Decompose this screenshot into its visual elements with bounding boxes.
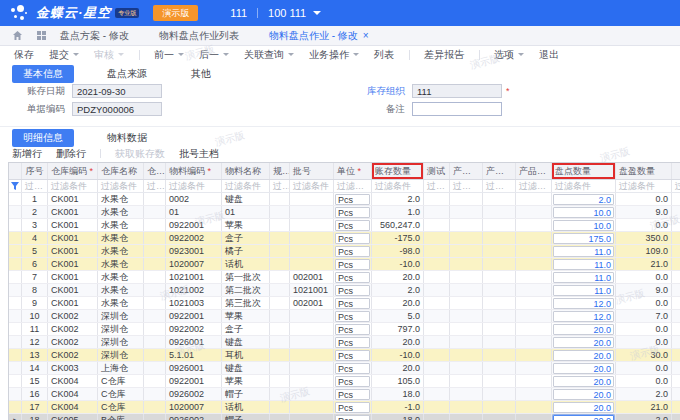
toolbar-business-op-button[interactable]: 业务操作 xyxy=(309,48,359,62)
unit-cell-box[interactable]: Pcs xyxy=(335,350,370,361)
unit-cell-box[interactable]: Pcs xyxy=(335,246,370,257)
toolbar-exit-button[interactable]: 退出 xyxy=(539,48,559,62)
cell-material-code[interactable]: 0922001 xyxy=(166,219,222,231)
cell-material-code[interactable]: 0922002 xyxy=(166,232,222,244)
count-qty-input[interactable]: 12.0 xyxy=(553,298,614,309)
cell-gain-qty[interactable]: 21.0 xyxy=(616,401,672,413)
cell-book-qty[interactable]: 2.0 xyxy=(372,193,424,205)
tab-detail-info[interactable]: 明细信息 xyxy=(12,129,74,147)
cell-series-3[interactable] xyxy=(516,323,552,335)
cell-gain-qty[interactable]: 9.0 xyxy=(616,284,672,296)
user-menu-caret-icon[interactable] xyxy=(313,11,321,15)
cell-material-code[interactable]: 0926002 xyxy=(166,414,222,420)
unit-cell-box[interactable]: Pcs xyxy=(335,376,370,387)
cell-lot[interactable] xyxy=(290,245,334,257)
cell-bin[interactable] xyxy=(144,232,166,244)
cell-bin[interactable] xyxy=(144,336,166,348)
cell-material-name[interactable]: 帽子 xyxy=(222,414,270,420)
cell-material-code[interactable]: 0002 xyxy=(166,193,222,205)
cell-series-2[interactable] xyxy=(483,388,516,400)
cell-unit[interactable]: Pcs xyxy=(334,414,372,420)
table-row[interactable]: 16CK004C仓库0926002帽子Pcs18.020.02.0 xyxy=(9,388,680,401)
cell-count-qty[interactable]: 175.0 xyxy=(552,232,616,244)
cell-series-3[interactable] xyxy=(516,388,552,400)
cell-lot[interactable] xyxy=(290,258,334,270)
cell-extra[interactable] xyxy=(672,271,680,283)
toolbar-related-query-button[interactable]: 关联查询 xyxy=(244,48,294,62)
col-header-count-qty[interactable]: 盘点数量 xyxy=(552,163,616,179)
cell-warehouse-name[interactable]: 水果仓 xyxy=(98,206,144,218)
cell-series-3[interactable] xyxy=(516,284,552,296)
cell-extra[interactable] xyxy=(672,245,680,257)
cell-book-qty[interactable]: 20.0 xyxy=(372,362,424,374)
cell-lot[interactable] xyxy=(290,375,334,387)
unit-cell-box[interactable]: Pcs xyxy=(335,415,370,420)
table-row[interactable]: 12CK002深圳仓0926001键盘Pcs20.020.00.0 xyxy=(9,336,680,349)
col-header-unit[interactable]: 单位 * xyxy=(334,163,372,179)
cell-material-name[interactable]: 苹果 xyxy=(222,310,270,322)
cell-seq[interactable]: 2 xyxy=(22,206,48,218)
cell-count-qty[interactable]: 20.0 xyxy=(552,414,616,420)
unit-cell-box[interactable]: Pcs xyxy=(335,324,370,335)
cell-spec[interactable] xyxy=(270,271,290,283)
cell-unit[interactable]: Pcs xyxy=(334,388,372,400)
cell-gain-qty[interactable]: 0.0 xyxy=(616,323,672,335)
cell-warehouse-name[interactable]: 水果仓 xyxy=(98,245,144,257)
cell-unit[interactable]: Pcs xyxy=(334,336,372,348)
cell-lot[interactable]: 1021001 xyxy=(290,284,334,296)
cell-count-qty[interactable]: 12.0 xyxy=(552,297,616,309)
cell-series-1[interactable] xyxy=(450,362,483,374)
cell-unit[interactable]: Pcs xyxy=(334,284,372,296)
cell-seq[interactable]: 4 xyxy=(22,232,48,244)
cell-series-1[interactable] xyxy=(450,375,483,387)
cell-seq[interactable]: 1 xyxy=(22,193,48,205)
cell-book-qty[interactable]: 2.0 xyxy=(372,284,424,296)
tab-counting-edit[interactable]: 物料盘点作业 - 修改× xyxy=(269,29,369,43)
unit-cell-box[interactable]: Pcs xyxy=(335,194,370,205)
cell-test[interactable] xyxy=(424,206,450,218)
cell-spec[interactable] xyxy=(270,245,290,257)
cell-bin[interactable] xyxy=(144,310,166,322)
cell-seq[interactable]: 10 xyxy=(22,310,48,322)
cell-warehouse-code[interactable]: CK002 xyxy=(48,310,98,322)
count-qty-input[interactable]: 20.0 xyxy=(553,363,614,374)
cell-bin[interactable] xyxy=(144,323,166,335)
tab-counting-list[interactable]: 物料盘点作业列表 xyxy=(159,29,239,43)
cell-gain-qty[interactable]: 0.0 xyxy=(616,336,672,348)
cell-test[interactable] xyxy=(424,258,450,270)
cell-spec[interactable] xyxy=(270,258,290,270)
cell-material-name[interactable]: 话机 xyxy=(222,401,270,413)
cell-extra[interactable] xyxy=(672,232,680,244)
table-row[interactable]: 5CK001水果仓0923001橘子Pcs-98.011.0109.0 xyxy=(9,245,680,258)
cell-lot[interactable] xyxy=(290,388,334,400)
col-header-seq[interactable]: 序号 xyxy=(22,163,48,179)
cell-count-qty[interactable]: 20.0 xyxy=(552,388,616,400)
table-row[interactable]: 17CK004C仓库1020007话机Pcs-1.020.021.0 xyxy=(9,401,680,414)
cell-gain-qty[interactable]: 109.0 xyxy=(616,245,672,257)
unit-cell-box[interactable]: Pcs xyxy=(335,311,370,322)
lot-master-button[interactable]: 批号主档 xyxy=(179,147,219,161)
cell-count-qty[interactable]: 11.0 xyxy=(552,258,616,270)
cell-warehouse-code[interactable]: CK001 xyxy=(48,193,98,205)
cell-count-qty[interactable]: 20.0 xyxy=(552,401,616,413)
cell-warehouse-code[interactable]: CK002 xyxy=(48,349,98,361)
cell-book-qty[interactable]: -1.0 xyxy=(372,401,424,413)
cell-material-code[interactable]: 1021001 xyxy=(166,271,222,283)
cell-lot[interactable] xyxy=(290,349,334,361)
cell-series-1[interactable] xyxy=(450,388,483,400)
cell-book-qty[interactable]: 18.0 xyxy=(372,414,424,420)
doc-no-input[interactable] xyxy=(72,102,162,116)
table-row[interactable]: 8CK001水果仓1021002第二批次1021001Pcs2.011.09.0 xyxy=(9,284,680,297)
filter-material-name[interactable]: 过滤条件 xyxy=(222,180,270,192)
cell-series-2[interactable] xyxy=(483,193,516,205)
stock-org-input[interactable] xyxy=(412,84,502,98)
cell-material-name[interactable]: 苹果 xyxy=(222,219,270,231)
cell-material-name[interactable]: 键盘 xyxy=(222,362,270,374)
cell-count-qty[interactable]: 20.0 xyxy=(552,362,616,374)
cell-extra[interactable] xyxy=(672,206,680,218)
filter-warehouse-name[interactable]: 过滤条件 xyxy=(98,180,144,192)
cell-lot[interactable] xyxy=(290,401,334,413)
cell-book-qty[interactable]: 105.0 xyxy=(372,375,424,387)
cell-test[interactable] xyxy=(424,323,450,335)
user-label[interactable]: 100 111 xyxy=(268,7,306,19)
